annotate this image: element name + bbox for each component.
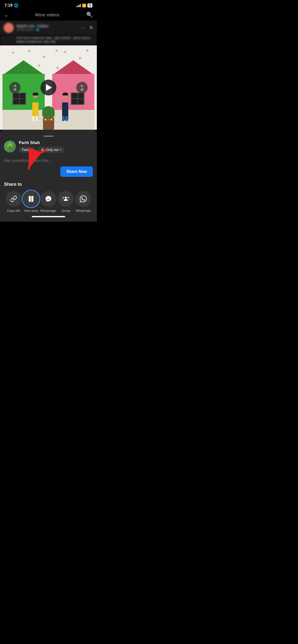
chevron-down-icon[interactable]: ⌄: [4, 12, 9, 18]
share-now-button[interactable]: Share Now: [60, 166, 93, 177]
poster-username: Natali's Art · Follow: [16, 24, 78, 28]
your-story-label: Your story: [24, 209, 38, 212]
post-description: Full room makeover idea · girls artistic…: [0, 35, 97, 46]
svg-point-3: [63, 197, 64, 198]
poster-avatar: [4, 22, 14, 33]
share-option-group[interactable]: Group: [58, 191, 74, 212]
share-option-copy-link[interactable]: Copy link: [6, 191, 22, 212]
post-header: Natali's Art · Follow 13 Nov 2023 · 🌐 ··…: [0, 20, 97, 35]
more-options-icon[interactable]: ···: [80, 25, 85, 31]
video-controls[interactable]: ↺ 10 ↻ 10: [9, 80, 88, 96]
whatsapp-label: WhatsApp: [76, 209, 91, 212]
group-icon-circle: [58, 191, 74, 207]
status-bar: 7:19 🌐 📶 78: [0, 0, 97, 9]
share-option-whatsapp[interactable]: WhatsApp: [75, 191, 91, 212]
messenger-label: Messenger: [41, 209, 56, 212]
group-label: Group: [61, 209, 70, 212]
star-decoration: ★: [55, 48, 59, 53]
rewind-button[interactable]: ↺ 10: [9, 82, 21, 93]
user-info: Parth Shah Feed ▾ 🔒 Only me ▾: [19, 140, 93, 153]
star-decoration: ★: [42, 54, 46, 60]
feed-chevron-icon: ▾: [31, 148, 33, 152]
user-post-section: 🌳 Parth Shah Feed ▾ 🔒 Only me ▾: [4, 140, 93, 153]
wifi-icon: 📶: [82, 4, 86, 8]
svg-point-2: [65, 197, 67, 199]
play-button[interactable]: [41, 80, 56, 96]
top-nav: ⌄ More videos 🔍: [0, 9, 97, 20]
share-now-row: Share Now: [4, 166, 93, 177]
star-decoration: ★: [85, 48, 89, 53]
video-player[interactable]: ★ ★ ★ ★ ★ ★ ★ ★ ★ ★ ★: [0, 46, 97, 130]
share-sheet: 🌳 Parth Shah Feed ▾ 🔒 Only me ▾: [0, 130, 97, 222]
post-meta: Natali's Art · Follow 13 Nov 2023 · 🌐: [16, 24, 78, 32]
poster-date: 13 Nov 2023 · 🌐: [16, 28, 78, 32]
star-decoration: ★: [78, 55, 82, 61]
share-to-heading: Share to: [4, 182, 93, 187]
link-icon: [10, 196, 17, 202]
user-name: Parth Shah: [19, 140, 93, 145]
star-decoration: ★: [11, 50, 15, 55]
star-decoration: ★: [27, 48, 31, 54]
status-time: 7:19: [5, 3, 13, 8]
svg-rect-1: [31, 196, 33, 202]
user-pills: Feed ▾ 🔒 Only me ▾: [19, 146, 93, 153]
home-indicator: [32, 216, 65, 217]
user-avatar: 🌳: [4, 140, 16, 152]
share-option-messenger[interactable]: Messenger: [41, 191, 56, 212]
group-icon: [62, 196, 70, 202]
messenger-icon: [45, 196, 52, 202]
search-icon[interactable]: 🔍: [86, 12, 93, 18]
person-yellow: [31, 92, 40, 120]
svg-rect-0: [29, 196, 31, 202]
svg-point-4: [68, 197, 69, 198]
privacy-pill[interactable]: 🔒 Only me ▾: [38, 146, 64, 153]
post-actions: ··· ✕: [80, 24, 93, 31]
page-title: More videos: [35, 12, 59, 18]
drag-handle[interactable]: [44, 136, 53, 137]
signal-bars: [76, 4, 81, 7]
play-icon: [46, 84, 52, 91]
copy-link-label: Copy link: [7, 209, 20, 212]
status-icons: 📶 78: [76, 4, 92, 8]
share-option-your-story[interactable]: Your story: [23, 191, 39, 212]
share-options-row: Copy link Your story: [4, 191, 93, 212]
person-dark: [61, 92, 70, 120]
privacy-chevron-icon: ▾: [60, 148, 61, 152]
messenger-icon-circle: [41, 191, 56, 207]
plant-basket: [42, 106, 55, 130]
story-book-icon: [28, 196, 35, 202]
copy-link-icon-circle: [6, 191, 22, 207]
globe-icon: 🌐: [14, 3, 19, 8]
battery-indicator: 78: [87, 4, 92, 8]
whatsapp-icon-circle: [75, 191, 91, 207]
your-story-icon-circle: [23, 191, 39, 207]
forward-button[interactable]: ↻ 10: [76, 82, 88, 93]
lock-icon: 🔒: [41, 148, 45, 152]
caption-input[interactable]: [4, 156, 93, 166]
feed-pill[interactable]: Feed ▾: [19, 146, 36, 153]
close-icon[interactable]: ✕: [89, 24, 93, 31]
whatsapp-icon: [80, 196, 87, 202]
star-decoration: ★: [63, 49, 67, 54]
